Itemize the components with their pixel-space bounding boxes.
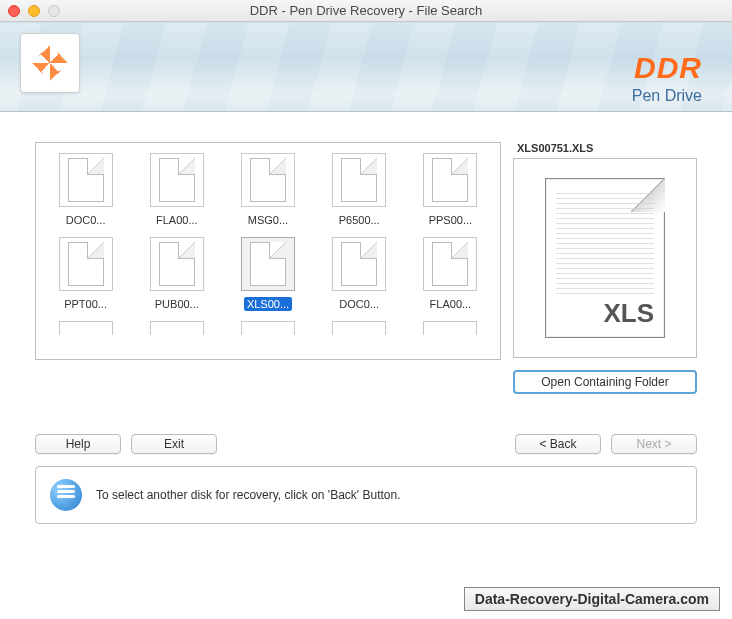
document-icon — [332, 237, 386, 291]
document-icon — [241, 237, 295, 291]
file-label: PUB00... — [152, 297, 202, 311]
logo-icon — [32, 45, 68, 81]
file-grid: DOC0... FLA00... MSG0... P6500... PPS00.… — [42, 153, 494, 335]
content-area: DOC0... FLA00... MSG0... P6500... PPS00.… — [0, 112, 732, 394]
document-icon — [423, 237, 477, 291]
file-item[interactable]: PUB00... — [133, 237, 220, 311]
file-item[interactable] — [133, 321, 220, 335]
back-button[interactable]: < Back — [515, 434, 601, 454]
document-icon — [59, 153, 113, 207]
file-label: DOC0... — [336, 297, 382, 311]
file-label: FLA00... — [153, 213, 201, 227]
window-title: DDR - Pen Drive Recovery - File Search — [0, 3, 732, 18]
next-button: Next > — [611, 434, 697, 454]
file-item[interactable]: DOC0... — [316, 237, 403, 311]
document-icon — [150, 321, 204, 335]
file-label: PPS00... — [426, 213, 475, 227]
file-item[interactable] — [42, 321, 129, 335]
watermark: Data-Recovery-Digital-Camera.com — [464, 587, 720, 611]
header-banner: DDR Pen Drive — [0, 22, 732, 112]
file-item[interactable]: FLA00... — [133, 153, 220, 227]
file-label: XLS00... — [244, 297, 292, 311]
hint-text: To select another disk for recovery, cli… — [96, 488, 401, 502]
preview-column: XLS00751.XLS XLS Open Containing Folder — [513, 142, 697, 394]
help-button[interactable]: Help — [35, 434, 121, 454]
file-item[interactable] — [407, 321, 494, 335]
file-item[interactable] — [316, 321, 403, 335]
file-grid-panel[interactable]: DOC0... FLA00... MSG0... P6500... PPS00.… — [35, 142, 501, 360]
file-item[interactable]: DOC0... — [42, 153, 129, 227]
hint-box: To select another disk for recovery, cli… — [35, 466, 697, 524]
file-label: FLA00... — [427, 297, 475, 311]
file-item[interactable]: MSG0... — [224, 153, 311, 227]
brand-name: DDR — [632, 51, 702, 85]
document-icon — [59, 237, 113, 291]
file-label: P6500... — [336, 213, 383, 227]
document-icon — [423, 321, 477, 335]
nav-row: Help Exit < Back Next > — [0, 394, 732, 462]
titlebar: DDR - Pen Drive Recovery - File Search — [0, 0, 732, 22]
file-item[interactable] — [224, 321, 311, 335]
document-icon — [241, 153, 295, 207]
file-item[interactable]: PPS00... — [407, 153, 494, 227]
preview-document-icon: XLS — [545, 178, 665, 338]
preview-ext: XLS — [603, 298, 654, 329]
app-logo — [20, 33, 80, 93]
open-containing-folder-button[interactable]: Open Containing Folder — [513, 370, 697, 394]
file-item[interactable]: PPT00... — [42, 237, 129, 311]
document-icon — [241, 321, 295, 335]
document-icon — [59, 321, 113, 335]
preview-filename: XLS00751.XLS — [513, 142, 697, 154]
file-item[interactable]: FLA00... — [407, 237, 494, 311]
file-label: PPT00... — [61, 297, 110, 311]
document-icon — [423, 153, 477, 207]
document-icon — [332, 321, 386, 335]
info-icon — [50, 479, 82, 511]
document-icon — [150, 237, 204, 291]
file-label: DOC0... — [63, 213, 109, 227]
file-label: MSG0... — [245, 213, 291, 227]
preview-box: XLS — [513, 158, 697, 358]
brand-product: Pen Drive — [632, 87, 702, 105]
brand-block: DDR Pen Drive — [632, 51, 702, 105]
document-icon — [332, 153, 386, 207]
document-icon — [150, 153, 204, 207]
exit-button[interactable]: Exit — [131, 434, 217, 454]
file-item[interactable]: P6500... — [316, 153, 403, 227]
file-item-selected[interactable]: XLS00... — [224, 237, 311, 311]
